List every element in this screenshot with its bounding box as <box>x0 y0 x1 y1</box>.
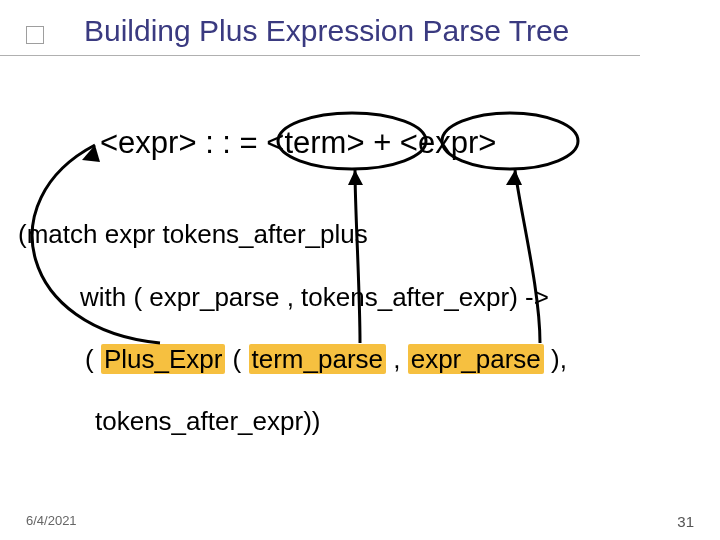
code-line-1: (match expr tokens_after_plus <box>18 219 368 250</box>
l3-sep2: , <box>386 344 408 374</box>
annotation-overlay <box>0 0 720 540</box>
highlight-term-parse: term_parse <box>249 344 387 374</box>
arrow-head-icon <box>82 145 100 162</box>
title-bar: Building Plus Expression Parse Tree <box>0 14 720 47</box>
arrow-termparse-to-term <box>355 170 360 343</box>
l3-close: ), <box>544 344 567 374</box>
grammar-term: <term> <box>266 125 364 160</box>
grammar-lhs: <expr> <box>100 125 197 160</box>
footer-date: 6/4/2021 <box>26 513 77 528</box>
grammar-plus: + <box>365 125 400 160</box>
highlight-expr-parse: expr_parse <box>408 344 544 374</box>
l3-sep1: ( <box>225 344 248 374</box>
arrow-head-icon <box>348 170 363 185</box>
code-line-3: ( Plus_Expr ( term_parse , expr_parse ), <box>85 344 567 375</box>
title-underline <box>0 55 640 56</box>
bullet-square-icon <box>26 26 44 44</box>
slide: Building Plus Expression Parse Tree <exp… <box>0 0 720 540</box>
arrow-exprparse-to-expr <box>515 170 540 343</box>
l3-open: ( <box>85 344 101 374</box>
footer-page-number: 31 <box>677 513 694 530</box>
code-line-4: tokens_after_expr)) <box>95 406 320 437</box>
grammar-rhs: <expr> <box>400 125 497 160</box>
highlight-plus-expr: Plus_Expr <box>101 344 226 374</box>
arrow-head-icon <box>506 170 522 185</box>
grammar-op: : : = <box>197 125 267 160</box>
slide-title: Building Plus Expression Parse Tree <box>84 14 569 47</box>
grammar-rule: <expr> : : = <term> + <expr> <box>100 125 496 161</box>
code-line-2: with ( expr_parse , tokens_after_expr) -… <box>80 282 549 313</box>
